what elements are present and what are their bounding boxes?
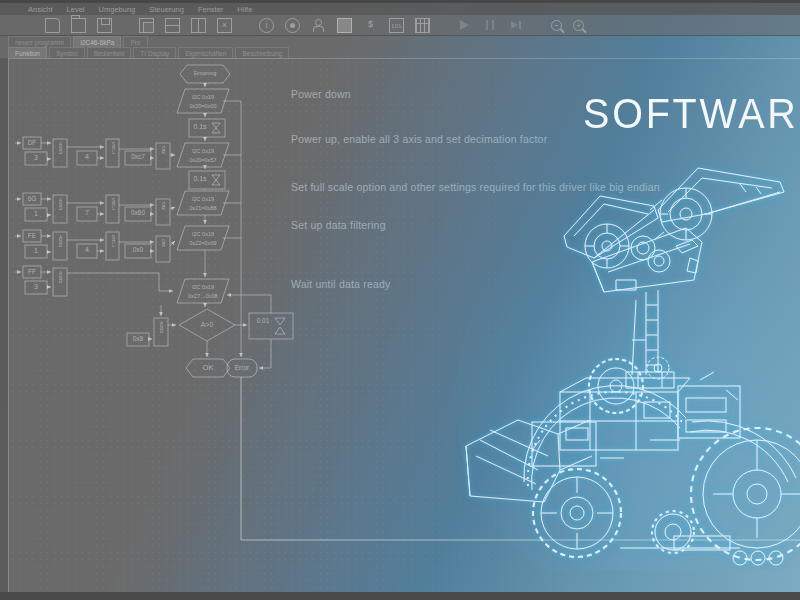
flow-node-delay-3[interactable] [249, 313, 293, 339]
flow-node-delay-1[interactable] [189, 119, 225, 137]
open-folder-icon[interactable] [71, 18, 86, 33]
view-tab-funktion[interactable]: Funktion [8, 47, 47, 58]
flow-node-decision[interactable] [179, 309, 235, 341]
table-icon[interactable] [415, 18, 430, 33]
menu-ansicht[interactable]: Ansicht [28, 5, 53, 14]
info-icon[interactable]: i [259, 18, 274, 33]
target-icon[interactable] [285, 18, 300, 33]
view-tab-symbol[interactable]: Symbol [49, 47, 85, 58]
menu-hilfe[interactable]: Hilfe [237, 5, 252, 14]
flow-node-delay-2[interactable] [189, 171, 225, 189]
doc-tab-i2c46-6kpa[interactable]: I2C46-6kPa [73, 36, 121, 47]
person-icon[interactable] [311, 18, 326, 33]
copy-icon[interactable] [139, 18, 154, 33]
currency-icon[interactable]: $ [363, 18, 378, 33]
flow-node-ok[interactable] [186, 359, 230, 377]
doc-tab-neues-programm[interactable]: neues programm [8, 36, 71, 47]
step-icon[interactable] [509, 18, 524, 33]
left-panel-strip [0, 58, 8, 592]
view-tab-bar: Funktion Symbol Bedienfeld TI Display Ei… [8, 47, 289, 58]
status-bar [0, 592, 800, 600]
menu-umgebung[interactable]: Umgebung [99, 5, 136, 14]
play-icon[interactable] [457, 18, 472, 33]
application-window: Ansicht Level Umgebung Steuerung Fenster… [0, 0, 800, 600]
flow-node-i2c-5[interactable] [177, 279, 229, 303]
pause-icon[interactable] [483, 18, 498, 33]
flow-node-i2c-1[interactable] [177, 89, 229, 113]
view-tab-eigenschaften[interactable]: Eigenschaften [178, 47, 233, 58]
toolbar: × i $ 101 − + [0, 15, 800, 36]
flow-node-i2c-4[interactable] [177, 226, 229, 250]
flow-node-error[interactable] [227, 359, 257, 377]
zoom-out-icon[interactable]: − [551, 20, 562, 31]
view-tab-bedienfeld[interactable]: Bedienfeld [87, 47, 132, 58]
robot-wireframe-illustration [440, 140, 800, 570]
view-tab-beschreibung[interactable]: Beschreibung [235, 47, 289, 58]
menu-level[interactable]: Level [67, 5, 85, 14]
new-file-icon[interactable] [45, 18, 60, 33]
flow-node-i2c-3[interactable] [177, 191, 229, 215]
split-horizontal-icon[interactable] [165, 18, 180, 33]
split-vertical-icon[interactable] [191, 18, 206, 33]
close-window-icon[interactable]: × [217, 18, 232, 33]
doc-tab-pre[interactable]: Pre [123, 36, 147, 47]
view-tab-ti-display[interactable]: TI Display [133, 47, 176, 58]
flow-node-i2c-2[interactable] [177, 143, 229, 167]
overlay-title: SOFTWARE [583, 90, 800, 138]
zoom-in-icon[interactable]: + [573, 20, 584, 31]
menu-bar: Ansicht Level Umgebung Steuerung Fenster… [0, 3, 800, 15]
menu-steuerung[interactable]: Steuerung [149, 5, 184, 14]
flow-node-entry[interactable] [180, 65, 230, 83]
document-tab-bar: neues programm I2C46-6kPa Pre [8, 36, 148, 47]
binary-list-icon[interactable]: 101 [389, 18, 404, 33]
save-icon[interactable] [97, 18, 112, 33]
menu-fenster[interactable]: Fenster [198, 5, 223, 14]
chip-icon[interactable] [337, 18, 352, 33]
